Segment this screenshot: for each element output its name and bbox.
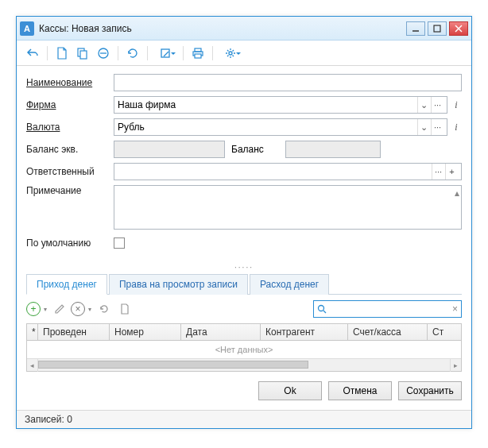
search-icon — [317, 304, 327, 314]
window: A Кассы: Новая запись Наименование Фирма — [16, 16, 472, 429]
grid-delete-button[interactable]: × — [71, 302, 85, 316]
record-count: Записей: 0 — [25, 414, 72, 425]
scroll-right-icon[interactable]: ▸ — [450, 359, 461, 372]
cancel-button[interactable]: Отмена — [328, 381, 392, 400]
scroll-thumb[interactable] — [38, 361, 308, 369]
grid-col-marker[interactable]: * — [27, 324, 38, 340]
save-button[interactable]: Сохранить — [398, 381, 462, 400]
svg-rect-12 — [195, 54, 201, 58]
svg-point-13 — [229, 52, 232, 55]
currency-field[interactable]: ⌄ ··· — [114, 118, 447, 136]
firm-dropdown-button[interactable]: ⌄ — [417, 97, 430, 113]
grid-refresh-button[interactable] — [95, 299, 114, 319]
minimize-button[interactable] — [406, 21, 425, 36]
refresh-button[interactable] — [123, 44, 142, 63]
grid-add-button[interactable]: + — [26, 302, 41, 316]
splitter[interactable]: ∙∙∙∙∙ — [17, 263, 471, 272]
svg-line-15 — [323, 311, 326, 313]
close-button[interactable] — [449, 21, 468, 36]
maximize-button[interactable] — [428, 21, 447, 36]
dialog-buttons: Ok Отмена Сохранить — [17, 372, 471, 410]
grid-search-clear[interactable]: × — [452, 303, 458, 315]
grid-empty-text: <Нет данных> — [27, 341, 461, 358]
svg-rect-8 — [161, 49, 169, 57]
balance-field — [285, 141, 381, 158]
new-button[interactable] — [52, 44, 72, 63]
data-grid: * Проведен Номер Дата Контрагент Счет/ка… — [26, 323, 462, 372]
window-title: Кассы: Новая запись — [39, 23, 406, 34]
firm-select-button[interactable]: ··· — [431, 97, 443, 113]
chevron-down-icon: ▾ — [44, 306, 47, 313]
settings-menu-button[interactable] — [218, 44, 243, 63]
svg-line-9 — [164, 52, 168, 56]
default-checkbox[interactable] — [114, 238, 125, 249]
responsible-label: Ответственный — [26, 166, 114, 177]
responsible-field[interactable]: ··· + — [114, 163, 462, 180]
responsible-input[interactable] — [118, 164, 428, 180]
tabs: Приход денег Права на просмотр записи Ра… — [26, 273, 462, 295]
responsible-add-button[interactable]: + — [445, 164, 458, 180]
svg-point-14 — [318, 306, 323, 311]
currency-input[interactable] — [118, 119, 414, 135]
balance-eq-field — [114, 141, 225, 158]
form-area: Наименование Фирма ⌄ ··· i Валюта ⌄ ··· — [17, 66, 471, 261]
delete-button[interactable] — [94, 44, 113, 63]
grid-search-input[interactable] — [330, 303, 449, 315]
undo-button[interactable] — [23, 44, 42, 63]
grid-col-account[interactable]: Счет/касса — [348, 324, 428, 340]
grid-edit-button[interactable] — [50, 299, 69, 319]
print-button[interactable] — [188, 44, 207, 63]
grid-col-number[interactable]: Номер — [110, 324, 181, 340]
grid-col-posted[interactable]: Проведен — [38, 324, 110, 340]
scroll-left-icon[interactable]: ◂ — [27, 359, 38, 372]
tab-expense[interactable]: Расход денег — [250, 274, 329, 295]
name-field[interactable] — [114, 74, 462, 91]
tab-permissions[interactable]: Права на просмотр записи — [109, 274, 248, 295]
titlebar: A Кассы: Новая запись — [17, 17, 471, 41]
note-field[interactable]: ▴ — [114, 185, 462, 230]
name-input[interactable] — [118, 75, 458, 91]
scroll-up-icon[interactable]: ▴ — [455, 187, 459, 199]
grid-search[interactable]: × — [313, 300, 462, 318]
grid-col-counterparty[interactable]: Контрагент — [261, 324, 348, 340]
balance-label: Баланс — [231, 144, 279, 155]
chevron-down-icon: ▾ — [88, 306, 91, 313]
responsible-select-button[interactable]: ··· — [432, 164, 444, 180]
grid-header: * Проведен Номер Дата Контрагент Счет/ка… — [27, 324, 461, 341]
grid-toolbar: + ▾ × ▾ × — [17, 295, 471, 323]
grid-col-date[interactable]: Дата — [181, 324, 261, 340]
firm-info-button[interactable]: i — [451, 99, 462, 111]
grid-hscroll[interactable]: ◂ ▸ — [27, 358, 461, 371]
copy-button[interactable] — [73, 44, 92, 63]
default-label: По умолчанию — [26, 238, 114, 249]
balance-eq-label: Баланс экв. — [26, 144, 114, 155]
currency-label: Валюта — [26, 122, 114, 133]
firm-field[interactable]: ⌄ ··· — [114, 96, 447, 114]
app-icon: A — [20, 21, 34, 36]
grid-doc-button[interactable] — [115, 299, 134, 319]
currency-dropdown-button[interactable]: ⌄ — [417, 119, 430, 135]
firm-input[interactable] — [118, 97, 414, 113]
currency-info-button[interactable]: i — [451, 122, 462, 133]
main-toolbar — [17, 41, 471, 66]
name-label: Наименование — [26, 77, 114, 88]
note-label: Примечание — [26, 185, 114, 196]
svg-rect-1 — [434, 25, 440, 32]
edit-menu-button[interactable] — [153, 44, 178, 63]
currency-select-button[interactable]: ··· — [431, 119, 443, 135]
ok-button[interactable]: Ok — [258, 381, 322, 400]
tab-income[interactable]: Приход денег — [26, 274, 107, 295]
svg-rect-5 — [80, 51, 87, 59]
firm-label: Фирма — [26, 99, 114, 110]
status-bar: Записей: 0 — [17, 410, 471, 428]
grid-col-st[interactable]: Ст — [428, 324, 461, 340]
